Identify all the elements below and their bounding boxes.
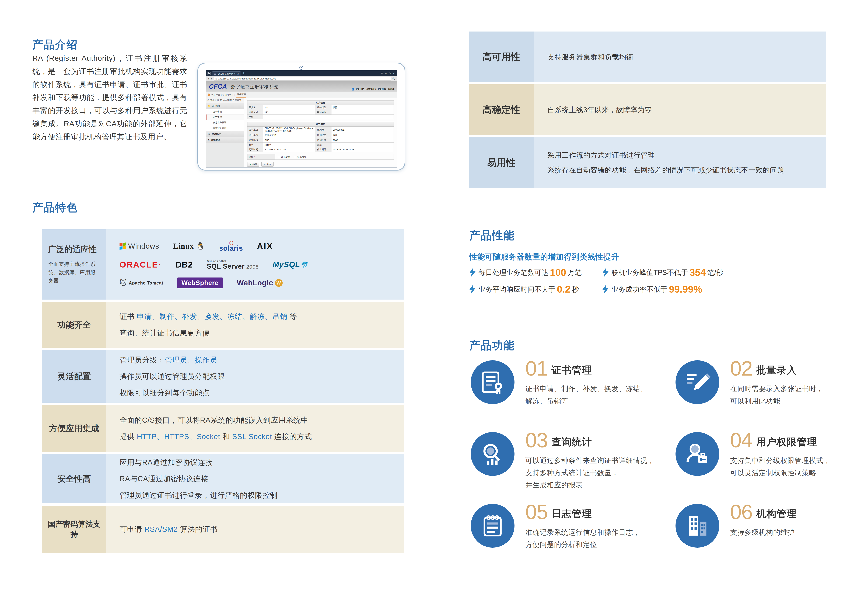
feature-row-title: 功能齐全: [57, 319, 91, 330]
cell-label: 截止时间: [316, 147, 332, 152]
tab-close-icon[interactable]: X: [237, 73, 239, 75]
page-doc-icon: ▤: [215, 78, 217, 80]
performance-subtitle: 性能可随服务器数量的增加得到类线性提升: [470, 252, 619, 262]
function-text: 05日志管理准确记录系统运行信息和操作日志，方便问题的分析和定位: [525, 502, 640, 550]
radio-circle-icon: [278, 156, 280, 158]
radio-证书更新[interactable]: 证书更新: [278, 155, 290, 159]
feature-text-line: 权限可以细分到每个功能点: [119, 388, 404, 398]
function-description-line: 方便问题的分析和定位: [525, 538, 640, 550]
minimize-icon[interactable]: ─: [385, 72, 387, 75]
functions-grid: 01证书管理证书申请、制作、补发、换发、冻结、解冻、吊销等02批量录入在同时需要…: [471, 359, 868, 574]
linux-logo: Linux🐧: [173, 242, 205, 250]
function-description: 证书申请、制作、补发、换发、冻结、解冻、吊销等: [525, 382, 647, 407]
lightning-icon: [470, 284, 476, 294]
function-number: 05: [525, 502, 547, 522]
function-text: 04用户权限管理支持集中和分级权限管理模式，可以灵活定制权限控制策略: [730, 431, 831, 479]
feature-row: 功能齐全证书 申请、制作、补发、换发、冻结、解冻、吊销 等查询、统计证书信息更方…: [42, 302, 404, 348]
back-icon[interactable]: ◀: [208, 78, 209, 80]
close-icon[interactable]: ✕: [393, 72, 395, 75]
table-row: 用户名123证件类型护照: [248, 105, 394, 110]
function-number: 03: [525, 431, 547, 450]
search-icon[interactable]: 🔍: [392, 78, 395, 80]
user-info-table: 用户信息 用户名123证件类型护照证件号码123电话号码地址: [247, 100, 394, 120]
sidebar-subitem-发起业务管理[interactable]: 发起业务管理: [206, 120, 244, 125]
plain-text: 证书: [119, 312, 137, 320]
function-title: 用户权限管理: [756, 435, 817, 449]
sidebar-item-证书业务[interactable]: 📁证书业务: [206, 103, 244, 109]
cell-label: 密钥算法: [248, 138, 263, 143]
maximize-icon[interactable]: ▢: [389, 72, 391, 75]
buildings-icon: [676, 504, 719, 548]
websphere-logo: WebSphere: [177, 278, 223, 288]
sidebar-subitem-证书管理[interactable]: 证书管理: [206, 115, 244, 120]
page-doc-icon: ▤: [214, 73, 216, 75]
forward-icon[interactable]: ▶: [211, 78, 212, 80]
function-description-line: 可以灵活定制权限控制策略: [730, 466, 831, 479]
cert-table-title: 证书信息: [248, 122, 394, 127]
lightning-icon: [602, 268, 609, 277]
stat-value: 0.2: [557, 284, 570, 294]
menu-icon[interactable]: ≣: [381, 72, 383, 75]
confirm-button[interactable]: ✔ 确定: [247, 162, 259, 167]
feature-row-title: 安全性高: [57, 473, 91, 485]
cell-value: 管理员证书: [263, 133, 316, 138]
login-info: 👤 登录用户：系统管理员 登录机构：根机构: [352, 88, 394, 91]
windows-logo: Windows: [119, 242, 159, 250]
sidebar-subitem-证书申请[interactable]: 证书申请: [206, 109, 244, 115]
feature-text-line: RA与CA通过加密协议连接: [119, 474, 404, 484]
apache-tomcat-logo: 🐱Apache Tomcat: [119, 279, 163, 287]
url-field[interactable]: ▤ 192.168.113.198:8080/frame/main.do?r=1…: [214, 77, 391, 81]
oracle-logo: ORACLE·: [119, 260, 161, 269]
login-user: 登录用户：系统管理员: [356, 88, 377, 91]
performance-stat: 每日处理业务笔数可达100万笔: [470, 267, 602, 277]
plain-text: 管理员分级：: [119, 356, 165, 364]
feature-row: 方便应用集成全面的C/S接口，可以将RA系统的功能嵌入到应用系统中提供 HTTP…: [42, 405, 404, 452]
feature-row: 安全性高应用与RA通过加密协议连接RA与CA通过加密协议连接管理员通过证书进行登…: [42, 454, 404, 504]
function-description-line: 支持集中和分级权限管理模式，: [730, 454, 831, 466]
platform-logos: WindowsLinux🐧)))solarisAIXORACLE·DB2Micr…: [119, 241, 404, 289]
new-tab-icon[interactable]: ✚: [243, 72, 245, 75]
feature-row-content: 应用与RA通过加密协议连接RA与CA通过加密协议连接管理员通过证书进行登录，进行…: [106, 454, 404, 504]
table-row: 密钥算法RSA密钥长度2048: [248, 138, 394, 143]
keyword-text: HTTP、HTTPS、Socket: [137, 432, 220, 441]
sidebar-item-查询统计[interactable]: 🔍查询统计: [206, 131, 244, 137]
cell-label: 序列号: [316, 127, 332, 133]
search-stats-icon: [471, 432, 515, 476]
stat-text: 业务成功率不低于: [611, 284, 668, 294]
feature-row-label: 广泛的适应性全面支持主流操作系统、数据库、应用服务器: [42, 229, 106, 300]
browser-tab[interactable]: ▤ SSL数据安全网关 X: [212, 72, 241, 76]
intro-heading: 产品介绍: [33, 37, 78, 52]
table-row: 证件号码123电话号码: [248, 110, 394, 115]
aix-logo: AIX: [257, 241, 273, 251]
stat-text: 万笔: [567, 268, 581, 277]
return-button[interactable]: ↩ 返回: [262, 162, 274, 167]
cell-label: 电话号码: [316, 110, 332, 115]
sidebar-subitem-审核业务管理[interactable]: 审核业务管理: [206, 125, 244, 131]
feature-row-content: WindowsLinux🐧)))solarisAIXORACLE·DB2Micr…: [106, 229, 404, 300]
function-text: 03查询统计可以通过多种条件来查询证书详细情况，支持多种方式统计证书数量，并生成…: [525, 431, 654, 491]
radio-证书吊销[interactable]: 证书吊销: [294, 155, 307, 159]
cell-value: RSA: [263, 138, 316, 143]
plain-text: 操作员可以通过管理员分配权限: [119, 372, 225, 381]
function-description-line: 并生成相应的报表: [525, 479, 654, 491]
sidebar-item-系统管理[interactable]: ⚙系统管理: [206, 137, 244, 143]
feature-text-line: 可申请 RSA/SM2 算法的证书: [119, 524, 404, 534]
keyword-text: 申请、制作、补发、换发、冻结、解冻、吊销: [137, 312, 287, 320]
sql-server-2008-logo: Microsoft®SQL Server 2008: [207, 260, 259, 270]
feature-row-content: 可申请 RSA/SM2 算法的证书: [106, 506, 404, 553]
user-key-icon: [676, 432, 719, 476]
apps-grid-icon[interactable]: [208, 72, 210, 75]
features-table: 广泛的适应性全面支持主流操作系统、数据库、应用服务器WindowsLinux🐧)…: [42, 229, 404, 555]
quality-text-line: 自系统上线3年以来，故障率为零: [547, 105, 815, 115]
performance-stats: 每日处理业务笔数可达100万笔联机业务峰值TPS不低于354笔/秒业务平均响应时…: [470, 267, 723, 294]
function-title: 批量录入: [756, 364, 797, 377]
performance-stat: 业务平均响应时间不大于0.2秒: [470, 284, 602, 294]
breadcrumb: 当前位置：证书业务 >> 证书管理: [206, 92, 397, 98]
breadcrumb-current[interactable]: 证书管理: [236, 92, 246, 98]
action-label: 操作*: [248, 154, 275, 160]
function-item: 03查询统计可以通过多种条件来查询证书详细情况，支持多种方式统计证书数量，并生成…: [471, 431, 676, 502]
plain-text: 连接的方式: [272, 432, 312, 441]
tablet-frame: ▤ SSL数据安全网关 X ✚ ≣ ─ ▢ ✕ ◀ ▶ ▤ 192.168.11…: [197, 63, 405, 171]
app-title: 数字证书注册审核系统: [231, 84, 278, 90]
function-item: 01证书管理证书申请、制作、补发、换发、冻结、解冻、吊销等: [471, 359, 676, 431]
